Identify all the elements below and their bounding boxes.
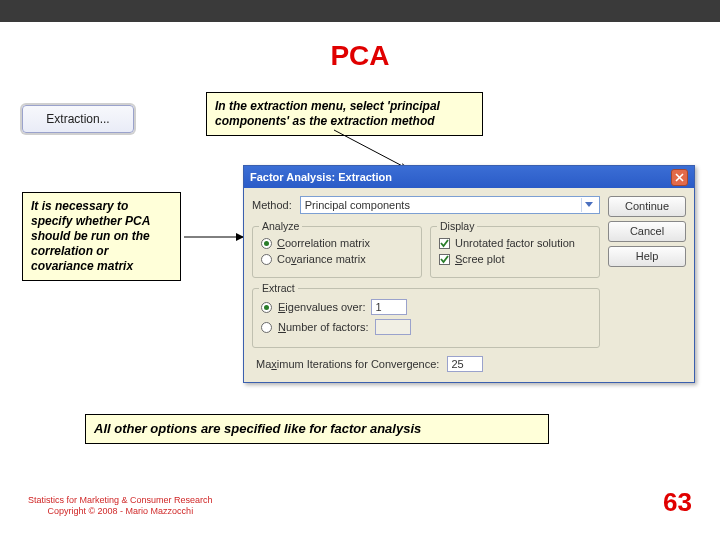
nfactors-input[interactable] [375,319,411,335]
extraction-dialog: Factor Analysis: Extraction Method: Prin… [243,165,695,383]
scree-label: Scree plot [455,253,505,265]
callout-top: In the extraction menu, select 'principa… [206,92,483,136]
chevron-down-icon [581,198,595,212]
iter-input[interactable]: 25 [447,356,483,372]
page-number: 63 [663,487,692,518]
callout-left: It is necessary to specify whether PCA s… [22,192,181,281]
display-group: Display Unrotated factor solution Scree … [430,226,600,278]
nfactors-radio[interactable] [261,322,272,333]
correlation-radio[interactable] [261,238,272,249]
footer-line1: Statistics for Marketing & Consumer Rese… [28,495,213,507]
eigen-radio[interactable] [261,302,272,313]
scree-check[interactable] [439,254,450,265]
iter-label: Maximum Iterations for Convergence: [256,358,439,370]
svg-line-0 [334,130,410,170]
slide-title: PCA [0,40,720,72]
extract-group: Extract Eigenvalues over: 1 Number of fa… [252,288,600,348]
correlation-label: CoCorrelation matrixorrelation matrix [277,237,370,249]
extract-title: Extract [259,282,298,294]
method-select[interactable]: Principal components [300,196,600,214]
method-label: Method: [252,199,292,211]
continue-button[interactable]: Continue [608,196,686,217]
svg-marker-4 [585,202,593,207]
eigen-input[interactable]: 1 [371,299,407,315]
help-button[interactable]: Help [608,246,686,267]
cancel-button[interactable]: Cancel [608,221,686,242]
analyze-title: Analyze [259,220,302,232]
arrow-left [182,232,252,242]
eigen-label: Eigenvalues over: [278,301,365,313]
covariance-radio[interactable] [261,254,272,265]
method-value: Principal components [305,197,410,213]
dialog-titlebar: Factor Analysis: Extraction [244,166,694,188]
close-button[interactable] [671,169,688,186]
top-bar [0,0,720,22]
display-title: Display [437,220,477,232]
unrotated-label: Unrotated factor solution [455,237,575,249]
close-icon [675,173,684,182]
slide-footer: Statistics for Marketing & Consumer Rese… [0,487,720,518]
footer-line2: Copyright © 2008 - Mario Mazzocchi [28,506,213,518]
covariance-label: Covariance matrix [277,253,366,265]
analyze-group: Analyze CoCorrelation matrixorrelation m… [252,226,422,278]
callout-bottom: All other options are specified like for… [85,414,549,444]
extraction-button[interactable]: Extraction... [22,105,134,133]
dialog-title: Factor Analysis: Extraction [250,166,392,188]
nfactors-label: Number of factors: [278,321,369,333]
unrotated-check[interactable] [439,238,450,249]
